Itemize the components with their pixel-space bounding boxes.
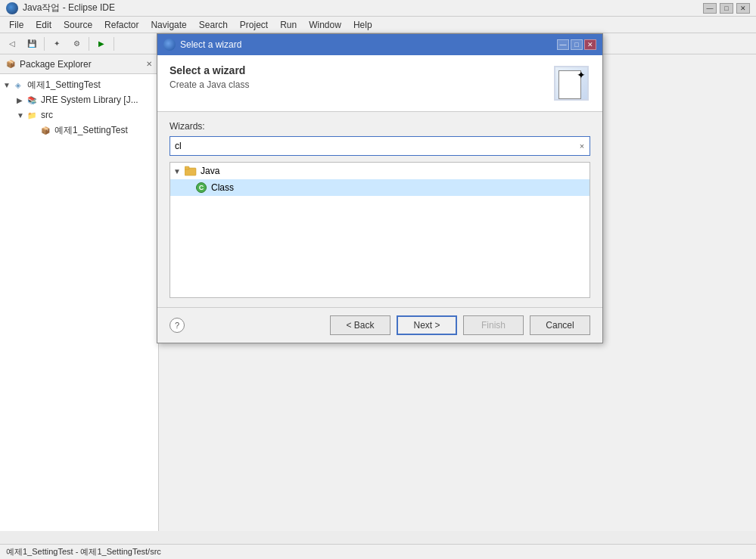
select-wizard-dialog: Select a wizard — □ ✕ Select a wizard Cr… <box>157 33 603 343</box>
class-circle-icon: C <box>196 182 207 193</box>
wizard-image: ✦ <box>552 64 590 102</box>
dialog-header: Select a wizard Create a Java class ✦ <box>157 55 602 112</box>
tree-class-label: Class <box>211 182 234 193</box>
wizard-search-input[interactable] <box>170 137 574 155</box>
java-class-icon: C <box>194 182 208 194</box>
dialog-header-title: Select a wizard <box>170 64 552 76</box>
java-folder-icon <box>184 165 198 177</box>
dialog-win-controls: — □ ✕ <box>557 39 596 50</box>
dialog-title-icon <box>163 39 176 51</box>
back-button[interactable]: < Back <box>330 315 390 335</box>
tree-row-java[interactable]: ▼ Java <box>170 163 590 179</box>
wizard-tree: ▼ Java C Class <box>170 162 590 298</box>
search-row: × <box>170 136 590 156</box>
dialog-header-subtitle: Create a Java class <box>170 79 552 90</box>
dialog-maximize-button[interactable]: □ <box>571 39 583 50</box>
dialog-minimize-button[interactable]: — <box>557 39 569 50</box>
tree-java-label: Java <box>201 166 219 176</box>
tree-row-class[interactable]: C Class <box>170 179 590 196</box>
dialog-body: Wizards: × ▼ Java <box>157 112 602 307</box>
search-clear-button[interactable]: × <box>574 137 590 155</box>
wizards-label: Wizards: <box>170 121 590 132</box>
wizard-icon-img: ✦ <box>554 66 589 101</box>
cancel-button[interactable]: Cancel <box>530 315 590 335</box>
finish-button[interactable]: Finish <box>463 315 524 335</box>
dialog-close-button[interactable]: ✕ <box>584 39 596 50</box>
svg-rect-1 <box>185 166 189 169</box>
dialog-overlay: Select a wizard — □ ✕ Select a wizard Cr… <box>0 0 756 559</box>
dialog-footer: ? < Back Next > Finish Cancel <box>157 307 602 343</box>
help-button[interactable]: ? <box>170 318 185 333</box>
dialog-title-text: Select a wizard <box>180 39 557 50</box>
dialog-titlebar: Select a wizard — □ ✕ <box>157 34 602 55</box>
wizard-wand-icon: ✦ <box>577 69 586 81</box>
tree-java-arrow: ▼ <box>173 167 184 175</box>
next-button[interactable]: Next > <box>397 315 457 335</box>
dialog-header-text: Select a wizard Create a Java class <box>170 64 552 90</box>
